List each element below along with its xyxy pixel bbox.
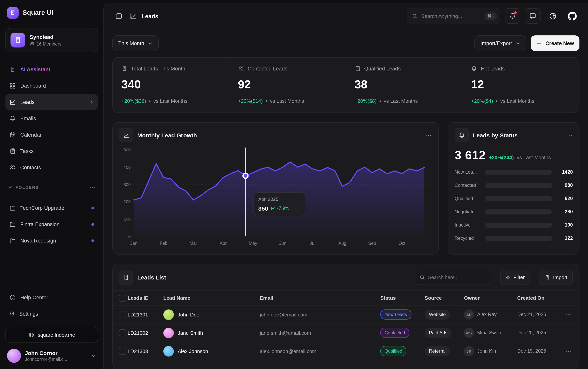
sidebar-item-dashboard[interactable]: Dashboard [5,78,98,93]
page-title: Leads [142,13,158,19]
stat-note: vs Last Months [500,98,534,104]
svg-text:200: 200 [123,199,131,204]
filter-button[interactable]: ⚙ Filter [500,270,530,285]
user-menu[interactable]: John Cornor Johncornor@mail.c... [5,348,98,364]
lead-id: LD21301 [127,312,163,318]
import-button[interactable]: Import [539,270,573,285]
status-menu-button[interactable]: ⋯ [566,131,573,139]
sidebar-footer-nav: ? Help Center ⚙ Settings [5,290,98,321]
create-new-button[interactable]: Create New [531,35,579,51]
stat-cards: Total Leads This Month 340 +20%($36)•vs … [112,57,579,113]
svg-text:Oct: Oct [398,241,405,246]
sidebar-item-ai-assistant[interactable]: AI Assistant [5,62,98,77]
site-url-button[interactable]: square.Indev.me [5,327,98,343]
folders-section-header[interactable]: FOLDERS ⋯ [5,184,98,191]
github-button[interactable] [565,9,579,23]
status-bar-track [485,236,552,241]
users-icon [238,65,244,72]
app-name: Square UI [23,9,53,17]
row-checkbox[interactable] [119,329,126,336]
chevron-down-icon [515,41,520,46]
stat-label: Contacted Leads [248,66,287,72]
sidebar-toggle-button[interactable] [112,10,125,22]
status-bar-value: 1420 [557,169,573,175]
folder-status-dot [91,239,94,242]
leads-search-input[interactable]: Search here... [415,270,491,285]
messages-button[interactable] [525,8,540,24]
stat-value: 38 [354,78,454,91]
sidebar-item-tasks[interactable]: Tasks [5,143,98,159]
status-bar-row: Qualified 620 [455,196,573,201]
sidebar-item-contacts[interactable]: Contacts [5,160,98,175]
clipboard-icon [354,65,361,72]
import-export-button[interactable]: Import/Export [475,35,526,51]
table-row[interactable]: LD21301 John Doe john.doe@email.com New … [113,306,579,324]
status-bar-track [485,209,552,214]
row-menu-button[interactable]: ⋯ [566,311,579,318]
workspace-switcher[interactable]: Synclead 16 Members [5,28,98,52]
svg-text:Jul: Jul [310,241,315,246]
row-menu-button[interactable]: ⋯ [566,348,579,354]
status-bar-track [485,170,552,174]
status-bar-label: Negotiati... [455,209,480,215]
search-icon [419,275,425,280]
clipboard-icon [9,148,16,154]
row-checkbox[interactable] [119,348,126,355]
table-row[interactable]: LD21303 Alex Johnson alex.johnson@email.… [113,342,579,360]
chart-menu-button[interactable]: ⋯ [425,131,432,139]
sidebar-item-calendar[interactable]: 17 Calendar [5,127,98,143]
theme-toggle-button[interactable] [545,9,560,23]
svg-text:Aug: Aug [338,241,346,246]
content-area: This Month Import/Export Create New [104,29,588,369]
workspace-members: 16 Members [29,41,61,46]
filter-icon: ⚙ [505,275,510,280]
status-bar-value: 620 [557,196,573,201]
status-card-title: Leads by Status [473,132,562,138]
svg-text:Sep: Sep [368,241,376,246]
bell-icon [455,128,469,142]
folders-menu-icon[interactable]: ⋯ [89,184,96,191]
page-chart-icon [129,12,137,20]
select-all-checkbox[interactable] [119,295,126,301]
stat-contacted-leads: Contacted Leads 92 +20%($14)•vs Last Mon… [229,58,346,113]
chart-line-icon [9,99,16,105]
sidebar-item-help-center[interactable]: ? Help Center [5,290,98,305]
app-root: Square UI Synclead 16 Members AI Assista… [0,0,588,369]
bell-icon [9,115,16,122]
svg-text:Jun: Jun [279,241,286,246]
sidebar-item-settings[interactable]: ⚙ Settings [5,306,98,321]
status-bar-row: Inactive 190 [455,222,573,228]
status-bar-value: 980 [557,183,573,188]
status-bar-value: 122 [557,236,573,241]
sidebar-item-leads[interactable]: Leads [5,94,98,110]
sidebar-item-label: Calendar [20,132,42,138]
table-body: LD21301 John Doe john.doe@email.com New … [113,306,579,360]
table-row[interactable]: LD21302 Jane Smith jane.smith@email.com … [113,324,579,342]
site-url-label: square.Indev.me [38,332,75,338]
owner-name: Alex Ray [477,312,497,317]
period-select[interactable]: This Month [112,35,159,51]
folder-item[interactable]: Nova Redesign [5,233,98,248]
folders-list: TechCorp Upgrade Fintra Expansion Nova [5,200,98,248]
sidebar-item-emails[interactable]: Emails [5,111,98,126]
global-search-input[interactable]: Search Anything... ⌘K [407,8,500,24]
lead-email: alex.johnson@email.com [260,348,380,354]
notifications-button[interactable] [505,8,520,24]
stat-delta: +20%($4) [471,98,493,104]
calendar-icon: 17 [9,131,16,138]
folder-item[interactable]: Fintra Expansion [5,216,98,232]
owner-avatar: MS [464,328,474,338]
owner-avatar: AR [464,309,474,319]
avatar [163,346,174,356]
status-badge: Contacted [380,328,409,338]
row-checkbox[interactable] [119,311,126,318]
avatar [7,349,21,363]
folder-icon [9,221,16,227]
folder-label: TechCorp Upgrade [20,205,87,211]
folder-item[interactable]: TechCorp Upgrade [5,200,98,216]
row-menu-button[interactable]: ⋯ [566,330,579,336]
col-created-on: Created On [517,295,566,301]
avatar [163,328,174,338]
members-icon [29,41,35,46]
status-note: vs Last Months [517,154,551,160]
